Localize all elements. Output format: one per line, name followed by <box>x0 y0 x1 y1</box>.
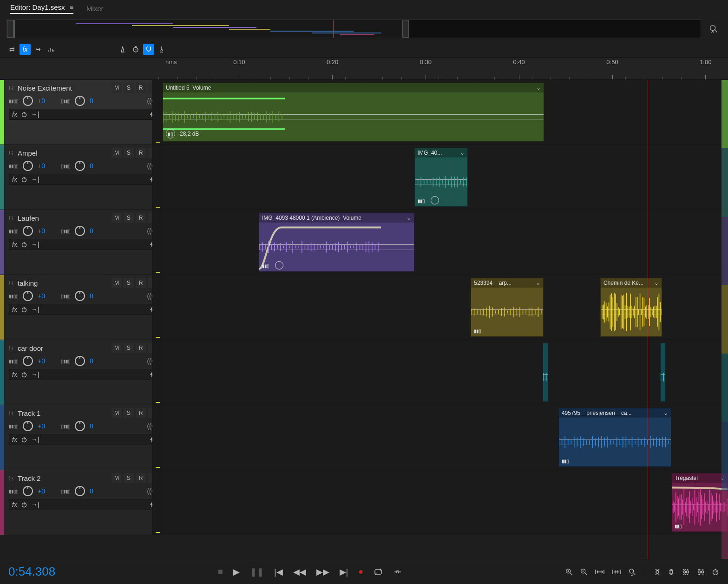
track-name[interactable]: Noise Excitement <box>18 84 108 92</box>
audio-clip[interactable]: Untitled 5 Volume⌄▮▯-28,2 dB <box>163 83 544 142</box>
solo-button[interactable]: S <box>124 473 134 483</box>
zoom-reset-icon[interactable] <box>706 21 721 37</box>
go-to-end-button[interactable]: ▶| <box>340 567 348 577</box>
arm-record-button[interactable]: R <box>136 408 146 418</box>
zoom-in-icon[interactable] <box>565 568 573 576</box>
track-name[interactable]: Ampel <box>18 149 108 157</box>
clip-gain-knob[interactable] <box>431 196 439 204</box>
track-lane[interactable]: Trégastel⌄▮▮▯ <box>163 470 728 535</box>
fx-power-icon[interactable] <box>21 501 27 508</box>
track-lane[interactable]: Untitled 5 Volume⌄▮▯-28,2 dB <box>163 80 728 144</box>
mute-button[interactable]: M <box>111 473 122 483</box>
fx-route-icon[interactable]: →| <box>31 176 39 183</box>
grip-icon[interactable]: ⁞⫶ <box>9 150 14 157</box>
pan-knob[interactable] <box>75 421 85 431</box>
mute-button[interactable]: M <box>111 213 122 223</box>
grip-icon[interactable]: ⁞⫶ <box>9 345 14 352</box>
tool-eq[interactable] <box>46 44 57 55</box>
volume-knob[interactable] <box>23 486 33 496</box>
tool-playhead-return-icon[interactable] <box>156 44 167 55</box>
zoom-reset-full-icon[interactable] <box>628 568 636 576</box>
fx-route-icon[interactable]: →| <box>31 436 39 443</box>
pan-knob[interactable] <box>75 291 85 301</box>
grip-icon[interactable]: ⁞⫶ <box>9 475 14 482</box>
grip-icon[interactable]: ⁞⫶ <box>9 410 14 417</box>
volume-knob[interactable] <box>23 96 33 106</box>
track-lane[interactable]: IMG_4093 48000 1 (Ambience) Volume⌄▮▮▯ <box>163 210 728 275</box>
zoom-time-reset-icon[interactable] <box>711 568 720 576</box>
mute-button[interactable]: M <box>111 148 122 158</box>
arm-record-button[interactable]: R <box>136 213 146 223</box>
volume-knob[interactable] <box>23 226 33 236</box>
volume-knob[interactable] <box>23 356 33 366</box>
tool-metronome-icon[interactable] <box>117 44 128 55</box>
track-name[interactable]: Laufen <box>18 214 108 222</box>
zoom-fit-h-icon[interactable] <box>595 568 605 576</box>
solo-button[interactable]: S <box>124 408 134 418</box>
zoom-v-all-out-icon[interactable] <box>696 568 705 576</box>
zoom-fit-sel-icon[interactable] <box>611 568 622 576</box>
tool-move[interactable]: ⇄ <box>7 44 18 55</box>
zoom-v-in-icon[interactable] <box>654 568 661 576</box>
clip-gain-badge[interactable]: ▮▯-28,2 dB <box>166 129 199 138</box>
mute-button[interactable]: M <box>111 278 122 288</box>
mute-button[interactable]: M <box>111 408 122 418</box>
chevron-down-icon[interactable]: ⌄ <box>536 85 541 91</box>
playhead[interactable] <box>648 80 648 559</box>
arm-record-button[interactable]: R <box>136 473 146 483</box>
track-name[interactable]: Track 2 <box>18 474 108 482</box>
rewind-button[interactable]: ◀◀ <box>293 567 306 577</box>
solo-button[interactable]: S <box>124 343 134 353</box>
track-lane[interactable]: 523394__arp...⌄▮▮▯Chemin de Ke...⌄ <box>163 275 728 340</box>
zoom-out-icon[interactable] <box>580 568 588 576</box>
track-name[interactable]: Track 1 <box>18 409 108 417</box>
mute-button[interactable]: M <box>111 343 122 353</box>
track-header[interactable]: ⁞⫶Track 2MSRI▮▮▯▯+0▯▮▮▯0((•))fx→| <box>4 470 163 535</box>
volume-knob[interactable] <box>23 421 33 431</box>
fx-route-icon[interactable]: →| <box>31 306 39 313</box>
track-lane[interactable] <box>163 340 728 405</box>
fx-power-icon[interactable] <box>21 371 27 378</box>
track-lane[interactable]: 495795__priesjensen__ca...⌄▮▮▯ <box>163 405 728 470</box>
fx-route-icon[interactable]: →| <box>31 111 39 118</box>
forward-button[interactable]: ▶▶ <box>316 567 329 577</box>
track-header[interactable]: ⁞⫶car doorMSRI▮▮▯▯+0▯▮▮▯0((•))fx→| <box>4 340 163 405</box>
chevron-down-icon[interactable]: ⌄ <box>460 150 465 156</box>
arm-record-button[interactable]: R <box>136 278 146 288</box>
pan-knob[interactable] <box>75 226 85 236</box>
pan-knob[interactable] <box>75 356 85 366</box>
mute-button[interactable]: M <box>111 83 122 93</box>
chevron-down-icon[interactable]: ⌄ <box>407 215 411 221</box>
audio-clip[interactable]: Chemin de Ke...⌄ <box>600 278 662 337</box>
solo-button[interactable]: S <box>124 278 134 288</box>
stop-button[interactable]: ■ <box>218 567 223 577</box>
audio-clip[interactable]: 495795__priesjensen__ca...⌄▮▮▯ <box>558 408 671 467</box>
chevron-down-icon[interactable]: ⌄ <box>536 280 540 286</box>
tab-mixer[interactable]: Mixer <box>86 2 104 15</box>
fx-route-icon[interactable]: →| <box>31 241 39 248</box>
loop-button[interactable] <box>374 568 383 576</box>
grip-icon[interactable]: ⁞⫶ <box>9 280 14 287</box>
chevron-down-icon[interactable]: ⌄ <box>654 280 659 286</box>
audio-clip[interactable]: Trégastel⌄▮▮▯ <box>671 473 728 532</box>
pan-knob[interactable] <box>75 161 85 171</box>
track-header[interactable]: ⁞⫶Track 1MSRI▮▮▯▯+0▯▮▮▯0((•))fx→| <box>4 405 163 470</box>
pan-knob[interactable] <box>75 486 85 496</box>
tab-menu-icon[interactable]: ≡ <box>70 4 73 11</box>
audio-clip[interactable]: IMG_40...⌄▮▮▯ <box>414 148 468 207</box>
play-button[interactable]: ▶ <box>233 567 240 577</box>
timeline-overview[interactable] <box>7 20 701 38</box>
fx-power-icon[interactable] <box>21 241 27 248</box>
grip-icon[interactable]: ⁞⫶ <box>9 85 14 92</box>
track-header[interactable]: ⁞⫶talkingMSRI▮▮▯▯+0▯▮▮▯0((•))fx→| <box>4 275 163 340</box>
audio-clip[interactable]: 523394__arp...⌄▮▮▯ <box>471 278 544 337</box>
solo-button[interactable]: S <box>124 213 134 223</box>
record-button[interactable]: ● <box>358 567 363 577</box>
fx-power-icon[interactable] <box>21 436 27 443</box>
fx-route-icon[interactable]: →| <box>31 371 39 378</box>
tool-countdown-icon[interactable] <box>130 44 141 55</box>
timeline-ruler[interactable]: hms 0:100:200:300:400:501:00 <box>163 58 728 79</box>
track-lane[interactable]: IMG_40...⌄▮▮▯ <box>163 145 728 210</box>
go-to-start-button[interactable]: |◀ <box>274 567 283 577</box>
tab-editor[interactable]: Editor: Day1.sesx ≡ <box>10 0 73 17</box>
